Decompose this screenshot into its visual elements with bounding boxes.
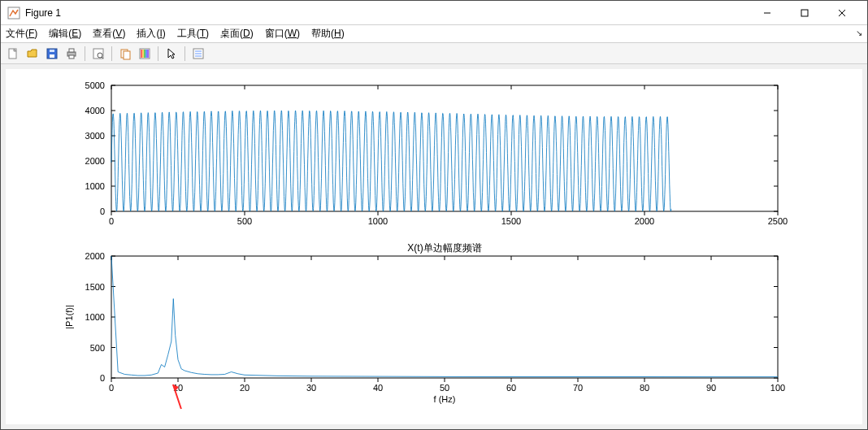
svg-rect-19 (142, 50, 144, 58)
menu-help[interactable]: 帮助(H) (311, 27, 345, 41)
close-button[interactable] (823, 2, 861, 24)
svg-rect-22 (147, 50, 149, 58)
open-icon[interactable] (24, 45, 41, 63)
svg-rect-16 (124, 51, 130, 59)
svg-text:2000: 2000 (635, 216, 654, 226)
svg-text:X(t)单边幅度频谱: X(t)单边幅度频谱 (407, 242, 481, 254)
svg-rect-7 (50, 54, 54, 58)
dock-controls-icon[interactable]: ↘ (856, 28, 862, 37)
svg-text:2000: 2000 (85, 251, 105, 261)
menu-desktop[interactable]: 桌面(D) (220, 27, 254, 41)
svg-text:5000: 5000 (85, 80, 105, 90)
svg-rect-8 (50, 50, 54, 52)
edit-plot-icon[interactable] (189, 45, 207, 63)
svg-text:90: 90 (706, 383, 716, 393)
svg-text:1000: 1000 (85, 312, 105, 322)
svg-text:0: 0 (109, 216, 114, 226)
window-title: Figure 1 (25, 7, 749, 19)
svg-rect-0 (8, 7, 20, 19)
svg-text:80: 80 (640, 383, 649, 393)
toolbar-separator (184, 46, 185, 61)
menu-file[interactable]: 文件(F) (6, 27, 37, 41)
toolbar (1, 43, 867, 64)
svg-text:40: 40 (373, 383, 383, 393)
svg-text:0: 0 (100, 373, 105, 383)
print-preview-icon[interactable] (89, 45, 107, 63)
menu-window[interactable]: 窗口(W) (265, 27, 300, 41)
svg-text:f (Hz): f (Hz) (434, 394, 456, 404)
svg-rect-11 (69, 55, 74, 59)
svg-text:2000: 2000 (85, 156, 105, 166)
svg-text:500: 500 (90, 343, 105, 353)
svg-text:20: 20 (240, 383, 250, 393)
svg-text:1000: 1000 (368, 216, 388, 226)
svg-text:1500: 1500 (501, 216, 521, 226)
svg-rect-21 (145, 50, 147, 58)
svg-text:|P1(f)|: |P1(f)| (64, 305, 74, 329)
menu-view[interactable]: 查看(V) (93, 27, 125, 41)
maximize-button[interactable] (786, 2, 823, 24)
save-icon[interactable] (43, 45, 61, 63)
svg-text:500: 500 (237, 216, 252, 226)
svg-rect-18 (141, 50, 142, 58)
minimize-button[interactable] (749, 2, 786, 24)
insert-colorbar-icon[interactable] (136, 45, 154, 63)
menu-edit[interactable]: 编辑(E) (49, 27, 81, 41)
svg-rect-10 (69, 49, 74, 52)
svg-text:4000: 4000 (85, 106, 105, 115)
svg-rect-2 (801, 10, 808, 16)
svg-text:70: 70 (573, 383, 583, 393)
figure-window: Figure 1 文件(F) 编辑(E) 查看(V) 插入(I) 工具(T) 桌… (0, 0, 868, 430)
svg-rect-64 (111, 256, 778, 378)
menu-insert[interactable]: 插入(I) (137, 27, 165, 41)
svg-text:100: 100 (770, 383, 785, 393)
new-figure-icon[interactable] (4, 45, 22, 63)
toolbar-separator (111, 46, 112, 61)
print-icon[interactable] (63, 45, 80, 63)
toolbar-separator (85, 46, 85, 61)
figure-canvas[interactable]: 0500100015002000250001000200030004000500… (6, 69, 862, 424)
svg-text:0: 0 (109, 383, 114, 393)
figure-area: 0500100015002000250001000200030004000500… (1, 64, 867, 429)
svg-text:3000: 3000 (85, 131, 105, 141)
svg-text:30: 30 (306, 383, 316, 393)
svg-text:60: 60 (506, 383, 516, 393)
svg-text:1000: 1000 (85, 181, 105, 191)
svg-rect-20 (144, 50, 145, 58)
titlebar: Figure 1 (1, 1, 867, 25)
svg-text:1500: 1500 (85, 282, 105, 292)
pointer-icon[interactable] (163, 45, 180, 63)
link-icon[interactable] (116, 45, 134, 63)
toolbar-separator (158, 46, 158, 61)
menu-tools[interactable]: 工具(T) (177, 27, 209, 41)
svg-text:0: 0 (100, 206, 105, 216)
menubar: 文件(F) 编辑(E) 查看(V) 插入(I) 工具(T) 桌面(D) 窗口(W… (1, 25, 867, 43)
svg-text:2500: 2500 (768, 216, 788, 226)
svg-text:50: 50 (440, 383, 449, 393)
window-controls (749, 2, 861, 24)
matlab-figure-icon (7, 7, 20, 20)
